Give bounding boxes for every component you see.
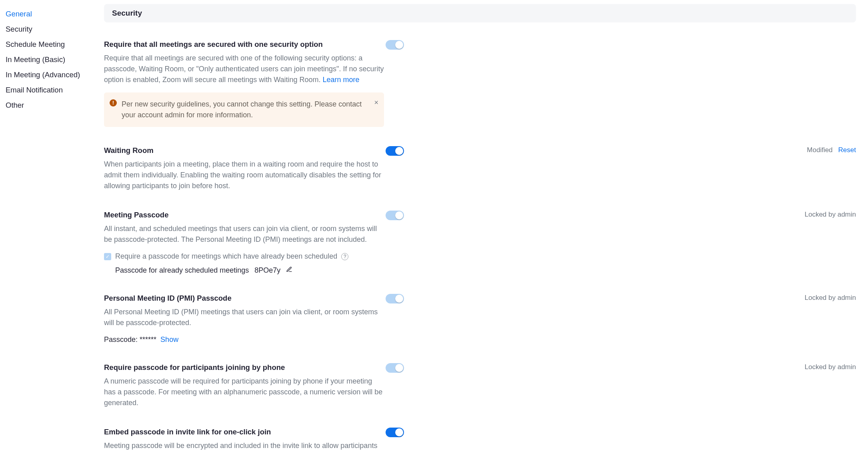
setting-desc: All instant, and scheduled meetings that… bbox=[104, 223, 384, 245]
existing-passcode-label: Passcode for already scheduled meetings bbox=[115, 266, 249, 275]
sidebar-item-security[interactable]: Security bbox=[4, 22, 100, 37]
settings-main: Security Require that all meetings are s… bbox=[104, 0, 868, 452]
setting-desc: All Personal Meeting ID (PMI) meetings t… bbox=[104, 307, 384, 328]
sub-option-require-existing-passcode: ✓ Require a passcode for meetings which … bbox=[104, 252, 384, 261]
sidebar-item-email-notification[interactable]: Email Notification bbox=[4, 82, 100, 98]
settings-sidebar: General Security Schedule Meeting In Mee… bbox=[0, 0, 104, 452]
setting-desc: Meeting passcode will be encrypted and i… bbox=[104, 440, 384, 452]
learn-more-link[interactable]: Learn more bbox=[323, 76, 360, 84]
locked-label: Locked by admin bbox=[804, 363, 856, 371]
toggle-require-security bbox=[386, 40, 404, 50]
toggle-phone-passcode bbox=[386, 363, 404, 373]
setting-title: Meeting Passcode bbox=[104, 211, 384, 219]
pmi-passcode-masked: ****** bbox=[140, 335, 156, 344]
setting-title: Embed passcode in invite link for one-cl… bbox=[104, 428, 384, 436]
existing-passcode-row: Passcode for already scheduled meetings … bbox=[104, 266, 384, 275]
setting-phone-passcode: Require passcode for participants joinin… bbox=[104, 355, 856, 420]
toggle-pmi-passcode bbox=[386, 294, 404, 303]
edit-icon[interactable] bbox=[286, 266, 292, 275]
setting-desc: When participants join a meeting, place … bbox=[104, 159, 384, 191]
locked-label: Locked by admin bbox=[804, 294, 856, 302]
sidebar-item-in-meeting-basic[interactable]: In Meeting (Basic) bbox=[4, 52, 100, 67]
setting-meeting-passcode: Meeting Passcode All instant, and schedu… bbox=[104, 203, 856, 286]
security-notice: ! Per new security guidelines, you canno… bbox=[104, 92, 384, 127]
setting-title: Waiting Room bbox=[104, 146, 384, 155]
setting-embed-passcode: Embed passcode in invite link for one-cl… bbox=[104, 420, 856, 452]
setting-title: Require that all meetings are secured wi… bbox=[104, 40, 384, 49]
sidebar-item-other[interactable]: Other bbox=[4, 98, 100, 113]
reset-link[interactable]: Reset bbox=[838, 146, 856, 154]
sub-option-label: Require a passcode for meetings which ha… bbox=[115, 252, 337, 261]
sidebar-item-general[interactable]: General bbox=[4, 6, 100, 22]
close-icon[interactable]: × bbox=[374, 97, 378, 108]
sidebar-item-in-meeting-advanced[interactable]: In Meeting (Advanced) bbox=[4, 67, 100, 82]
setting-pmi-passcode: Personal Meeting ID (PMI) Passcode All P… bbox=[104, 286, 856, 355]
toggle-embed-passcode[interactable] bbox=[386, 428, 404, 437]
toggle-meeting-passcode bbox=[386, 211, 404, 220]
show-passcode-link[interactable]: Show bbox=[160, 335, 178, 344]
setting-desc: Require that all meetings are secured wi… bbox=[104, 53, 384, 85]
section-header-security: Security bbox=[104, 4, 856, 22]
warning-icon: ! bbox=[110, 99, 117, 106]
locked-label: Locked by admin bbox=[804, 211, 856, 219]
notice-text: Per new security guidelines, you cannot … bbox=[122, 100, 362, 119]
setting-desc: A numeric passcode will be required for … bbox=[104, 376, 384, 408]
help-icon[interactable]: ? bbox=[341, 253, 348, 260]
setting-require-security: Require that all meetings are secured wi… bbox=[104, 32, 856, 138]
setting-title: Require passcode for participants joinin… bbox=[104, 363, 384, 372]
setting-waiting-room: Waiting Room When participants join a me… bbox=[104, 138, 856, 203]
pmi-passcode-row: Passcode: ****** Show bbox=[104, 335, 384, 344]
setting-title: Personal Meeting ID (PMI) Passcode bbox=[104, 294, 384, 303]
toggle-waiting-room[interactable] bbox=[386, 146, 404, 156]
modified-label: Modified bbox=[807, 146, 832, 154]
checkbox-icon: ✓ bbox=[104, 253, 111, 260]
sidebar-item-schedule-meeting[interactable]: Schedule Meeting bbox=[4, 37, 100, 52]
existing-passcode-value: 8POe7y bbox=[254, 266, 280, 275]
pmi-passcode-label: Passcode: bbox=[104, 335, 140, 344]
